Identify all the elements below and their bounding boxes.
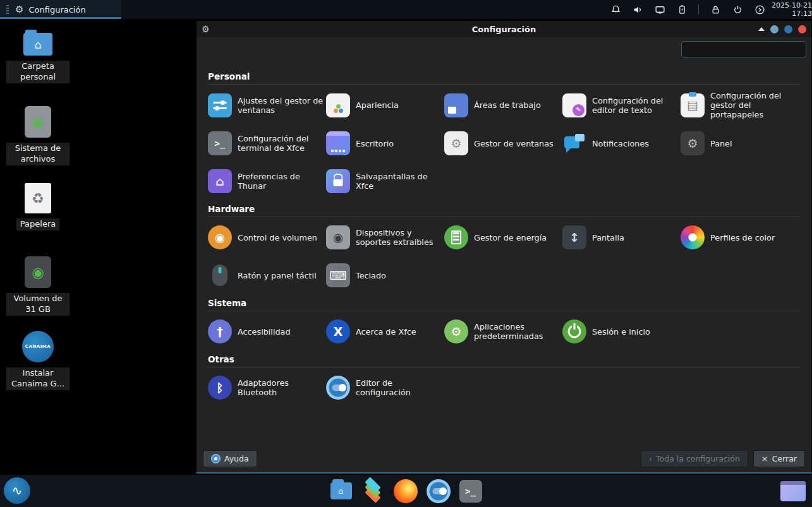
power-manager-icon xyxy=(444,225,468,249)
color-profiles-icon xyxy=(681,225,705,249)
battery-icon[interactable] xyxy=(676,4,688,15)
dock-firefox-button[interactable] xyxy=(394,479,418,503)
audio-icon[interactable] xyxy=(632,4,643,15)
settings-item-label: Gestor de energía xyxy=(474,233,547,242)
settings-item-label: Ratón y panel táctil xyxy=(238,271,317,280)
shade-button[interactable] xyxy=(758,27,765,31)
settings-item-session-startup[interactable]: Sesión e inicio xyxy=(562,318,681,345)
settings-item-window-manager[interactable]: ⚙Gestor de ventanas xyxy=(444,129,562,157)
dock-layers-app-button[interactable] xyxy=(361,479,385,504)
close-button-label: Cerrar xyxy=(772,454,797,463)
settings-item-bluetooth-adapters[interactable]: ᛒAdaptadores Bluetooth xyxy=(208,374,326,402)
window-manager-icon: ⚙ xyxy=(444,131,468,155)
tray-separator xyxy=(698,4,699,15)
thunar-preferences-icon: ⌂ xyxy=(208,169,232,193)
dock-terminal-button[interactable]: >_ xyxy=(459,480,482,503)
settings-item-text-editor-settings[interactable]: ✎Configuración del editor de texto xyxy=(562,91,681,119)
desktop-icon-trash[interactable]: ♻Papelera xyxy=(6,183,70,230)
help-icon xyxy=(211,454,221,463)
minimize-button[interactable] xyxy=(770,25,779,33)
workspaces-icon xyxy=(444,93,468,117)
settings-item-label: Áreas de trabajo xyxy=(474,100,541,110)
settings-item-label: Editor de configuración xyxy=(356,378,442,397)
settings-item-window-manager-tweaks[interactable]: Ajustes del gestor de ventanas xyxy=(208,91,326,119)
show-desktop-button[interactable] xyxy=(780,481,806,501)
desktop-icon-canaima-installer[interactable]: CANAIMAInstalar Canaima G... xyxy=(6,331,70,390)
section-divider xyxy=(208,311,800,311)
settings-item-keyboard[interactable]: ⌨Teclado xyxy=(326,261,444,289)
settings-item-label: Salvapantallas de Xfce xyxy=(356,172,442,191)
canaima-menu-button[interactable]: ∿ xyxy=(4,477,30,504)
desktop-icon-label: Sistema de archivos xyxy=(6,143,70,165)
dock-config-editor-button[interactable] xyxy=(427,479,451,503)
settings-item-color-profiles[interactable]: Perfiles de color xyxy=(681,224,799,251)
settings-item-accessibility[interactable]: †Accesibilidad xyxy=(208,318,326,345)
all-settings-button-label: Toda la configuración xyxy=(656,454,740,463)
mouse-touchpad-icon xyxy=(208,263,232,287)
settings-item-thunar-preferences[interactable]: ⌂Preferencias de Thunar xyxy=(208,167,326,195)
settings-item-volume-control[interactable]: ◉Control de volumen xyxy=(208,224,326,251)
notifications-icon[interactable] xyxy=(610,4,621,15)
dock-file-manager-button[interactable]: ⌂ xyxy=(330,482,352,499)
settings-item-workspaces[interactable]: Áreas de trabajo xyxy=(444,91,562,119)
settings-sections: PersonalAjustes del gestor de ventanasAp… xyxy=(197,63,811,446)
configuration-editor-icon xyxy=(326,376,350,400)
settings-item-label: Perfiles de color xyxy=(710,233,775,242)
close-button-footer[interactable]: × Cerrar xyxy=(753,450,805,467)
settings-item-xfce-terminal-settings[interactable]: >_Configuración del terminal de Xfce xyxy=(208,129,326,157)
keyboard-icon: ⌨ xyxy=(326,263,350,287)
desktop-icon-label: Volumen de 31 GB xyxy=(6,293,70,316)
close-button[interactable] xyxy=(798,25,806,33)
settings-item-power-manager[interactable]: Gestor de energía xyxy=(444,224,562,251)
settings-item-appearance[interactable]: Apariencia xyxy=(326,91,444,119)
settings-item-about-xfce[interactable]: XAcerca de Xfce xyxy=(326,318,444,345)
power-icon[interactable] xyxy=(732,4,743,15)
search-row xyxy=(197,37,811,63)
settings-item-panel-settings[interactable]: ⚙Panel xyxy=(681,129,799,157)
desktop-icon-filesystem[interactable]: ◉Sistema de archivos xyxy=(6,106,70,165)
settings-item-mouse-touchpad[interactable]: Ratón y panel táctil xyxy=(208,261,326,289)
system-tray xyxy=(610,4,772,15)
taskbar-window-button[interactable]: ⚙ Configuración xyxy=(0,0,121,19)
top-panel: ⚙ Configuración 2025-10-21 17:13 xyxy=(0,0,812,19)
section-divider xyxy=(208,84,800,85)
titlebar[interactable]: ⚙ Configuración xyxy=(197,21,811,37)
settings-item-label: Control de volumen xyxy=(238,233,317,242)
volume-control-icon: ◉ xyxy=(208,225,232,249)
settings-item-label: Apariencia xyxy=(356,100,399,110)
help-button-label: Ayuda xyxy=(224,454,249,463)
desktop-icon-home-folder[interactable]: ⌂Carpeta personal xyxy=(6,33,70,83)
window-title: Configuración xyxy=(197,25,811,34)
settings-item-clipboard-manager-settings[interactable]: ▤Configuración del gestor del portapapel… xyxy=(681,91,799,119)
clock[interactable]: 2025-10-21 17:13 xyxy=(772,1,812,18)
settings-item-removable-devices[interactable]: ◉Dispositivos y soportes extraíbles xyxy=(326,224,444,251)
settings-item-label: Teclado xyxy=(356,271,386,280)
settings-item-xfce-screensaver[interactable]: Salvapantallas de Xfce xyxy=(326,167,444,195)
display-icon[interactable] xyxy=(654,4,665,15)
maximize-button[interactable] xyxy=(784,25,792,33)
settings-item-label: Acerca de Xfce xyxy=(356,327,416,337)
settings-item-configuration-editor[interactable]: Editor de configuración xyxy=(326,374,444,402)
settings-item-desktop-settings[interactable]: Escritorio xyxy=(326,129,444,157)
settings-item-label: Notificaciones xyxy=(592,139,649,148)
desktop-icon-volume-31gb[interactable]: ◉Volumen de 31 GB xyxy=(6,256,70,316)
lock-icon[interactable] xyxy=(710,4,721,15)
xfce-terminal-settings-icon: >_ xyxy=(208,131,232,155)
all-settings-button[interactable]: ‹ Toda la configuración xyxy=(641,450,748,467)
appearance-icon xyxy=(326,93,350,117)
settings-item-label: Escritorio xyxy=(356,139,394,148)
settings-item-default-applications[interactable]: ⚙Aplicaciones predeterminadas xyxy=(444,318,562,345)
settings-item-notifications-settings[interactable]: Notificaciones xyxy=(562,129,681,157)
settings-item-label: Pantalla xyxy=(592,233,624,242)
distributor-icon[interactable] xyxy=(754,4,765,15)
panel-handle-icon xyxy=(6,5,9,14)
settings-item-label: Configuración del terminal de Xfce xyxy=(238,134,324,153)
search-input[interactable] xyxy=(681,41,806,57)
bluetooth-adapters-icon: ᛒ xyxy=(208,376,232,400)
help-button[interactable]: Ayuda xyxy=(203,450,257,467)
desktop-icon-label: Papelera xyxy=(16,218,59,230)
desktop-settings-icon xyxy=(326,131,350,155)
settings-item-display-settings[interactable]: ↕Pantalla xyxy=(562,224,681,251)
settings-item-label: Preferencias de Thunar xyxy=(238,172,324,191)
settings-item-label: Configuración del editor de texto xyxy=(592,96,678,115)
